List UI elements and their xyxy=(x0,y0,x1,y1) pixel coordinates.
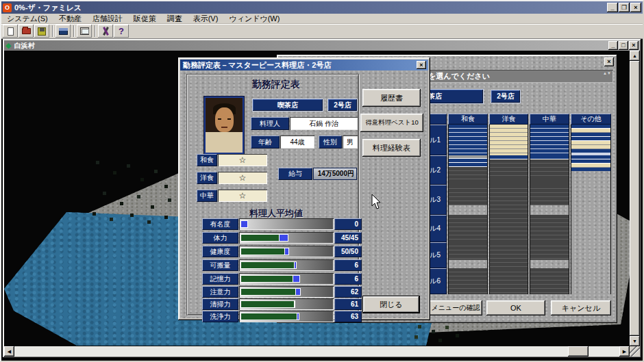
store-button[interactable] xyxy=(55,25,71,38)
menu-cell[interactable] xyxy=(448,125,488,155)
select-close-button[interactable]: × xyxy=(604,57,614,66)
evaluation-title: 勤務評定表－マスターピース料理店・2号店 xyxy=(183,60,331,70)
scroll-left-button[interactable]: ◀ xyxy=(4,346,14,357)
stat-label-carry: 可搬量 xyxy=(202,259,238,271)
menu-fudosan[interactable]: 不動産 xyxy=(53,14,87,24)
app-window: O 0%-ザ・ファミレス _ ❐ × システム(S) 不動産 店舗設計 販促策 … xyxy=(0,0,644,362)
menu-cell[interactable] xyxy=(489,215,528,242)
menu-cell[interactable] xyxy=(571,155,611,185)
cook-portrait xyxy=(204,96,244,154)
youshoku-label: 洋食 xyxy=(197,172,217,184)
vertical-scrollbar[interactable]: ▲ ▼ xyxy=(630,51,640,346)
shop-tab-kissaten[interactable]: 喫茶店 xyxy=(252,99,323,112)
stat-bar-cleaning xyxy=(239,298,334,310)
evaluation-header: 勤務評定表 xyxy=(221,79,331,91)
scroll-down-button[interactable]: ▼ xyxy=(630,336,640,346)
display-button[interactable] xyxy=(77,25,92,38)
shop-tab-2gouten[interactable]: 2号店 xyxy=(327,99,358,112)
menu-cell[interactable] xyxy=(489,242,528,268)
experience-button[interactable]: 料理経験表 xyxy=(362,139,421,157)
menu-cell[interactable] xyxy=(448,155,488,185)
main-window-title: 0%-ザ・ファミレス xyxy=(14,3,82,13)
best10-button[interactable]: 得意料理ベスト10 xyxy=(360,114,423,132)
cook-name-field: 石鍋 作治 xyxy=(290,117,358,130)
store-icon xyxy=(59,28,68,35)
col-header-washoku: 和食 xyxy=(448,114,488,125)
evaluation-close-button[interactable]: × xyxy=(417,61,426,69)
gender-label: 性別 xyxy=(319,135,342,148)
stat-value-carry: 6 xyxy=(334,259,362,271)
stat-label-memory: 記憶力 xyxy=(202,273,238,285)
tools-button[interactable] xyxy=(98,25,113,38)
cancel-button[interactable]: キャンセル xyxy=(551,300,611,315)
tab-2gouten[interactable]: 2号店 xyxy=(491,90,521,103)
menu-chousa[interactable]: 調査 xyxy=(162,14,188,24)
map-minimize-button[interactable]: _ xyxy=(608,41,618,50)
menu-cell[interactable] xyxy=(530,125,569,155)
stat-bar-fame xyxy=(239,218,334,230)
horizontal-scrollbar[interactable]: ◀ ▶ xyxy=(4,346,630,357)
menu-check-button[interactable]: メニューの確認 xyxy=(429,300,482,315)
scroll-right-button[interactable]: ▶ xyxy=(619,346,630,357)
map-close-button[interactable]: × xyxy=(629,41,639,50)
restore-button[interactable]: ❐ xyxy=(619,3,630,12)
menu-cell[interactable] xyxy=(448,242,488,268)
minimize-button[interactable]: _ xyxy=(607,3,618,12)
close-dialog-button[interactable]: 閉じる xyxy=(363,296,419,313)
open-folder-icon xyxy=(22,28,31,34)
menu-cell[interactable] xyxy=(489,268,528,294)
menu-cell[interactable] xyxy=(571,242,611,268)
mouse-cursor xyxy=(371,194,382,210)
menu-hyouji[interactable]: 表示(V) xyxy=(188,14,224,24)
stat-value-washing: 63 xyxy=(334,311,362,322)
open-button[interactable] xyxy=(18,25,34,38)
stat-value-cleaning: 61 xyxy=(334,298,362,310)
washoku-stars: ☆ xyxy=(218,154,267,166)
menu-cell[interactable] xyxy=(448,215,488,242)
ok-button[interactable]: OK xyxy=(486,300,545,315)
stat-value-fame: 0 xyxy=(334,218,362,230)
spinner-icon[interactable]: ▲▼ xyxy=(603,71,611,76)
menu-cell[interactable] xyxy=(530,185,569,215)
evaluation-titlebar: 勤務評定表－マスターピース料理店・2号店 × xyxy=(180,60,428,70)
menu-cell[interactable] xyxy=(530,268,569,294)
scroll-up-button[interactable]: ▲ xyxy=(630,51,640,61)
menu-window[interactable]: ウィンドウ(W) xyxy=(223,14,285,24)
menu-cell[interactable] xyxy=(571,125,611,155)
resize-grip[interactable] xyxy=(630,346,640,357)
menu-tenpo-sekkei[interactable]: 店舗設計 xyxy=(87,14,128,24)
menu-cell[interactable] xyxy=(489,155,528,185)
menu-cell[interactable] xyxy=(530,242,569,268)
portrait-face xyxy=(215,107,234,132)
menu-system[interactable]: システム(S) xyxy=(1,14,53,24)
menu-cell[interactable] xyxy=(448,185,488,215)
resume-button[interactable]: 履歴書 xyxy=(362,89,421,107)
evaluation-panel: 勤務評定表 喫茶店 2号店 料理人 石鍋 作治 年齢 44歳 性別 男 和食 ☆ xyxy=(186,74,359,315)
menu-hansokusaku[interactable]: 販促策 xyxy=(128,14,162,24)
save-button[interactable] xyxy=(34,25,49,38)
menu-cell[interactable] xyxy=(571,268,611,294)
close-button[interactable]: × xyxy=(630,3,641,12)
toolbar-separator xyxy=(95,25,96,37)
stat-label-washing: 洗浄力 xyxy=(202,311,238,322)
stat-label-health: 健康度 xyxy=(202,246,238,257)
vertical-scroll-thumb[interactable] xyxy=(630,61,640,336)
menu-cell[interactable] xyxy=(448,268,488,294)
menu-cell[interactable] xyxy=(530,155,569,185)
stat-value-health: 50/50 xyxy=(334,246,362,257)
help-button[interactable]: ? xyxy=(114,25,129,38)
menu-cell[interactable] xyxy=(571,185,611,215)
menu-cell[interactable] xyxy=(571,215,611,242)
role-label: 料理人 xyxy=(251,117,289,130)
stat-bar-washing xyxy=(239,311,334,322)
map-maximize-button[interactable]: □ xyxy=(619,41,628,50)
age-field: 44歳 xyxy=(280,135,314,148)
col-header-youshoku: 洋食 xyxy=(489,114,528,125)
menu-cell[interactable] xyxy=(489,185,528,215)
menu-cell[interactable] xyxy=(489,125,528,155)
portrait-mouth xyxy=(221,127,227,128)
stat-value-attention: 62 xyxy=(334,286,362,298)
horizontal-scroll-thumb[interactable] xyxy=(568,346,589,357)
new-document-button[interactable] xyxy=(3,25,18,38)
menu-cell[interactable] xyxy=(530,215,569,242)
